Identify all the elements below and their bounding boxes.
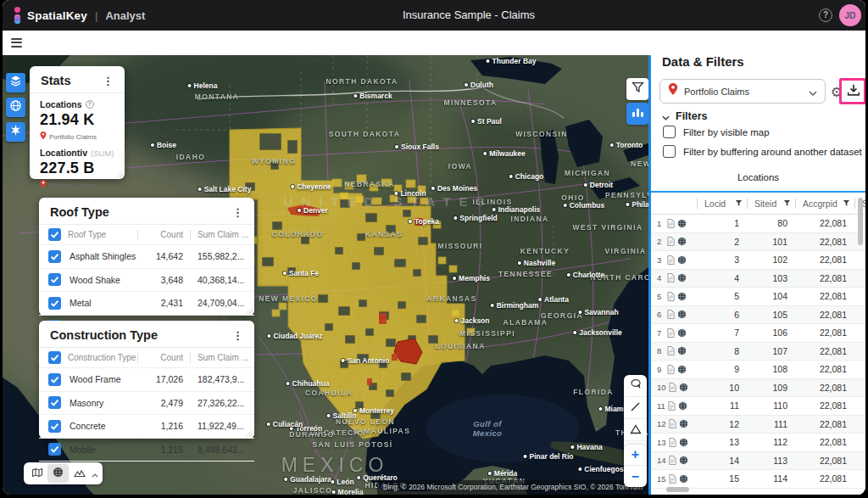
layers-tool-button[interactable] [6, 73, 25, 92]
table-row[interactable]: 7710622,081 [651, 324, 865, 343]
filter-funnel-icon[interactable] [843, 199, 850, 209]
help-button[interactable]: ? [819, 8, 832, 22]
panel-divider[interactable] [648, 55, 651, 495]
select-all-checkbox[interactable] [48, 228, 61, 241]
globe-icon[interactable] [677, 292, 687, 301]
column-header[interactable]: Count [137, 225, 190, 244]
horizontal-scrollbar[interactable] [666, 487, 689, 492]
table-row[interactable]: 141411322,081 [651, 452, 865, 471]
column-header[interactable]: Roof Type [68, 225, 137, 244]
document-icon[interactable] [667, 365, 675, 374]
filter-checkbox[interactable] [663, 126, 676, 138]
table-row[interactable]: 101010922,081 [651, 379, 865, 398]
zoom-out-button[interactable]: − [624, 466, 647, 487]
table-row[interactable]: 2210122,081 [651, 233, 865, 252]
column-header[interactable]: Sum Claim ... [190, 348, 254, 367]
table-row[interactable]: 4410322,081 [651, 270, 865, 288]
menu-icon[interactable] [11, 38, 22, 48]
table-row[interactable]: 9910822,081 [651, 361, 865, 379]
row-checkbox[interactable] [48, 396, 61, 409]
measure-area-tool-button[interactable] [624, 419, 647, 441]
table-row[interactable]: 118022,081 [651, 215, 865, 233]
document-icon[interactable] [669, 419, 676, 428]
globe-icon[interactable] [679, 438, 688, 447]
measure-line-tool-button[interactable] [624, 397, 647, 419]
terrain-style-button[interactable] [69, 464, 90, 483]
document-icon[interactable] [667, 237, 675, 246]
globe-icon[interactable] [679, 456, 688, 465]
dataset-settings-button[interactable]: ⚙ [827, 82, 846, 101]
globe-icon[interactable] [679, 383, 688, 392]
row-checkbox[interactable] [48, 373, 61, 386]
document-icon[interactable] [667, 346, 675, 355]
tab-locations[interactable]: Locations [651, 172, 865, 182]
globe-icon[interactable] [677, 328, 687, 338]
table-row[interactable]: 8810722,081 [651, 343, 865, 361]
column-header-locid[interactable]: Locid [697, 193, 747, 214]
filter-funnel-icon[interactable] [735, 199, 743, 209]
document-icon[interactable] [669, 438, 676, 447]
document-icon[interactable] [669, 383, 676, 392]
column-header-siteid[interactable]: Siteid [747, 193, 795, 214]
row-checkbox[interactable] [48, 420, 61, 433]
globe-icon[interactable] [677, 219, 687, 228]
analytics-tool-button[interactable] [6, 122, 25, 142]
row-checkbox[interactable] [48, 443, 61, 456]
select-all-checkbox[interactable] [48, 351, 61, 364]
table-row[interactable]: 6610522,081 [651, 306, 865, 325]
vertical-scrollbar[interactable] [858, 198, 863, 245]
globe-icon[interactable] [677, 237, 687, 246]
column-header[interactable]: Sum Claim ... [190, 225, 254, 244]
help-icon[interactable]: ? [86, 100, 94, 109]
table-row[interactable]: 151511422,081 [651, 470, 865, 489]
column-header-accgrpid[interactable]: Accgrpid [795, 193, 854, 214]
map-style-button[interactable] [26, 464, 47, 483]
table-row[interactable]: 131311222,081 [651, 434, 865, 452]
table-row[interactable]: 121211122,081 [651, 416, 865, 434]
stats-panel-header[interactable]: Stats ⋮ [30, 66, 125, 93]
document-icon[interactable] [667, 255, 675, 265]
document-icon[interactable] [667, 292, 675, 301]
column-header[interactable]: Count [137, 348, 190, 367]
globe-icon[interactable] [677, 365, 687, 374]
brand[interactable]: SpatialKey | Analyst [14, 7, 145, 24]
globe-icon[interactable] [677, 273, 687, 283]
construction-panel-header[interactable]: Construction Type ⋮ [39, 321, 254, 348]
filter-funnel-icon[interactable] [783, 199, 791, 209]
row-checkbox[interactable] [48, 273, 61, 286]
document-icon[interactable] [667, 219, 675, 228]
column-header[interactable]: Construction Type [68, 348, 137, 367]
globe-icon[interactable] [677, 310, 687, 319]
filter-checkbox[interactable] [663, 145, 676, 158]
document-icon[interactable] [667, 310, 675, 319]
document-icon[interactable] [669, 456, 676, 465]
lasso-tool-button[interactable] [624, 375, 647, 397]
download-button[interactable] [844, 82, 863, 101]
roof-panel-header[interactable]: Roof Type ⋮ [39, 198, 254, 225]
document-icon[interactable] [667, 273, 675, 283]
dataset-selector[interactable]: Portfolio Claims [659, 79, 826, 104]
satellite-style-button[interactable] [47, 464, 69, 483]
map-filter-button[interactable] [626, 78, 648, 100]
basemap-tool-button[interactable] [6, 98, 25, 117]
globe-icon[interactable] [679, 474, 688, 484]
table-row[interactable]: 3310222,081 [651, 251, 865, 270]
globe-icon[interactable] [678, 401, 687, 411]
table-row[interactable]: 111111022,081 [651, 397, 865, 416]
map-stats-button[interactable] [626, 103, 648, 125]
globe-icon[interactable] [677, 255, 687, 265]
globe-icon[interactable] [677, 346, 687, 355]
zoom-in-button[interactable]: + [624, 445, 647, 466]
row-checkbox[interactable] [48, 297, 61, 310]
globe-icon[interactable] [679, 419, 688, 428]
kebab-menu-icon[interactable]: ⋮ [100, 75, 116, 87]
table-row[interactable]: 5510422,081 [651, 288, 865, 306]
filters-section-toggle[interactable]: Filters [662, 109, 708, 124]
document-icon[interactable] [669, 474, 676, 484]
user-avatar[interactable]: JD [839, 4, 861, 26]
kebab-menu-icon[interactable]: ⋮ [230, 206, 246, 219]
document-icon[interactable] [667, 328, 675, 338]
kebab-menu-icon[interactable]: ⋮ [230, 329, 246, 342]
row-checkbox[interactable] [48, 250, 61, 263]
document-icon[interactable] [668, 401, 676, 411]
